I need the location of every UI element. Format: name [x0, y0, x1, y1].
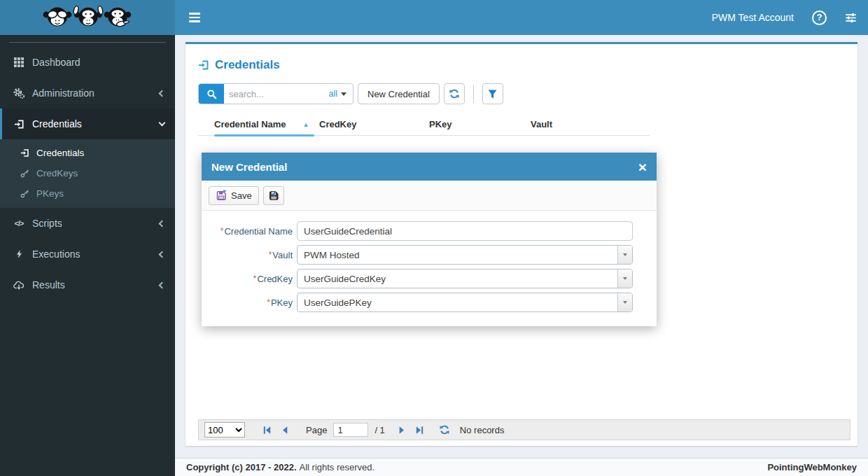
- brand-name: PointingWebMonkey: [767, 462, 857, 472]
- page-footer: Copyright (c) 2017 - 2022. All rights re…: [175, 458, 868, 476]
- caret-down-icon: [623, 277, 627, 280]
- vault-select[interactable]: PWM Hosted: [297, 245, 633, 265]
- credentials-submenu: Credentials CredKeys: [0, 139, 175, 208]
- key-icon: [17, 169, 32, 178]
- sidebar: Dashboard Administration: [0, 0, 175, 476]
- search-icon: [206, 89, 217, 99]
- app-window: Dashboard Administration: [0, 0, 868, 476]
- close-icon[interactable]: ×: [638, 160, 647, 174]
- sidebar-toggle-button[interactable]: [186, 8, 203, 26]
- search-button[interactable]: [199, 84, 224, 104]
- field-label: *PKey: [202, 298, 293, 308]
- sidebar-item-results[interactable]: Results: [0, 270, 175, 300]
- form-row-vault: *Vault PWM Hosted: [202, 245, 657, 265]
- submenu-item-credkeys[interactable]: CredKeys: [0, 163, 175, 183]
- copyright-text: Copyright (c) 2017 - 2022.: [186, 462, 297, 472]
- submenu-item-label: PKeys: [36, 188, 64, 199]
- field-label: *Credential Name: [202, 226, 293, 237]
- caret-down-icon: [623, 253, 627, 256]
- page-title-row: Credentials: [198, 58, 858, 72]
- filter-button[interactable]: [482, 83, 503, 104]
- sidebar-item-scripts[interactable]: </> Scripts: [0, 208, 175, 239]
- column-header-credential-name[interactable]: Credential Name ▲: [214, 119, 309, 130]
- sidebar-item-administration[interactable]: Administration: [0, 78, 175, 108]
- new-credential-button[interactable]: New Credential: [358, 83, 440, 104]
- chevron-down-icon: [159, 120, 166, 127]
- sidebar-menu: Dashboard Administration: [0, 47, 175, 300]
- sort-asc-icon: ▲: [303, 121, 309, 128]
- sign-in-icon: [198, 59, 209, 71]
- sidebar-item-executions[interactable]: Executions: [0, 239, 175, 270]
- modal-toolbar: Save: [202, 181, 657, 211]
- caret-down-icon: [623, 301, 627, 304]
- grid-toolbar: all New Credential: [198, 83, 858, 104]
- sidebar-item-credentials[interactable]: Credentials: [0, 108, 175, 139]
- chevron-left-icon: [159, 281, 166, 288]
- sliders-icon[interactable]: [845, 12, 857, 24]
- form-row-credkey: *CredKey UserGuideCredKey: [202, 269, 657, 288]
- sidebar-item-label: Executions: [32, 248, 80, 260]
- key-icon: [17, 189, 32, 198]
- select-dropdown-button[interactable]: [617, 270, 632, 288]
- help-icon[interactable]: ?: [812, 10, 827, 25]
- save-check-button[interactable]: [263, 186, 284, 205]
- sidebar-item-dashboard[interactable]: Dashboard: [0, 47, 175, 78]
- column-header-credkey[interactable]: CredKey: [319, 119, 356, 130]
- select-dropdown-button[interactable]: [617, 293, 632, 312]
- chevron-left-icon: [159, 220, 166, 227]
- sidebar-item-label: Scripts: [32, 218, 62, 229]
- sign-in-icon: [17, 148, 32, 158]
- cloud-download-icon: [10, 280, 27, 290]
- account-menu[interactable]: PWM Test Account: [712, 12, 794, 23]
- refresh-icon: [449, 88, 460, 99]
- select-dropdown-button[interactable]: [617, 246, 632, 264]
- last-page-button[interactable]: [414, 424, 426, 436]
- required-asterisk: *: [220, 226, 224, 236]
- code-icon: </>: [10, 219, 27, 227]
- page-label: Page: [306, 425, 327, 435]
- search-group: all: [198, 83, 354, 104]
- caret-down-icon: [341, 92, 346, 96]
- three-monkeys-logo: [43, 4, 132, 31]
- previous-page-button[interactable]: [279, 424, 291, 436]
- pkey-select[interactable]: UserGuidePKey: [297, 293, 633, 312]
- sidebar-item-label: Results: [32, 279, 65, 290]
- rights-text: All rights reserved.: [300, 462, 375, 472]
- modal-header[interactable]: New Credential ×: [202, 153, 657, 181]
- form-row-pkey: *PKey UserGuidePKey: [202, 293, 657, 312]
- sign-in-icon: [10, 119, 27, 130]
- search-scope-dropdown[interactable]: all: [322, 84, 353, 104]
- save-button[interactable]: Save: [209, 186, 259, 205]
- pagination-bar: 100 Page / 1: [198, 419, 850, 440]
- toolbar-divider: [473, 85, 474, 103]
- chevron-left-icon: [159, 90, 166, 97]
- sidebar-item-label: Dashboard: [32, 57, 80, 68]
- submenu-item-pkeys[interactable]: PKeys: [0, 183, 175, 204]
- sidebar-item-label: Credentials: [32, 118, 82, 130]
- new-credential-modal: New Credential × Save: [202, 153, 657, 326]
- page-number-input[interactable]: [333, 423, 368, 437]
- refresh-button[interactable]: [444, 83, 465, 104]
- logo[interactable]: [0, 0, 175, 35]
- column-header-vault[interactable]: Vault: [531, 119, 552, 130]
- credkey-select[interactable]: UserGuideCredKey: [297, 269, 633, 288]
- total-pages: / 1: [374, 425, 384, 435]
- content-area: Credentials all: [175, 35, 868, 458]
- submenu-item-credentials[interactable]: Credentials: [0, 143, 175, 163]
- first-page-button[interactable]: [261, 424, 273, 436]
- submenu-item-label: CredKeys: [36, 168, 78, 178]
- search-input[interactable]: [224, 84, 322, 104]
- next-page-button[interactable]: [396, 424, 407, 436]
- credential-name-input[interactable]: [297, 221, 633, 241]
- sidebar-item-label: Administration: [32, 88, 94, 99]
- form-row-credential-name: *Credential Name: [202, 221, 657, 241]
- grid-icon: [10, 57, 27, 67]
- pager-refresh-button[interactable]: [439, 424, 451, 436]
- save-floppy-icon: [216, 190, 227, 201]
- page-size-select[interactable]: 100: [204, 422, 245, 438]
- records-status: No records: [460, 425, 505, 435]
- credentials-panel: Credentials all: [186, 42, 858, 446]
- modal-form: *Credential Name *Vault PWM Hosted: [202, 211, 657, 326]
- column-header-pkey[interactable]: PKey: [429, 119, 452, 130]
- chevron-left-icon: [159, 251, 166, 258]
